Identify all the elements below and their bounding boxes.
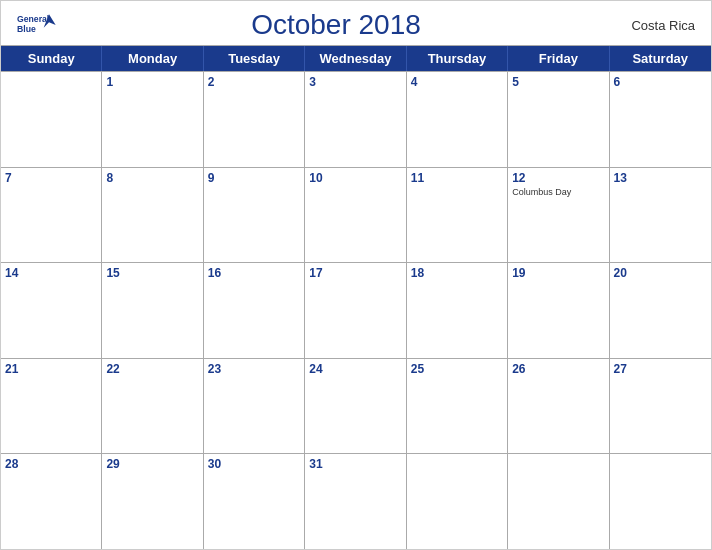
day-cell-oct2: 2 [204, 72, 305, 167]
day-header-sunday: Sunday [1, 46, 102, 71]
day-cell-oct10: 10 [305, 168, 406, 263]
week-row-2: 7 8 9 10 11 12Columbus Day 13 [1, 167, 711, 263]
day-header-saturday: Saturday [610, 46, 711, 71]
day-cell-empty-5c [610, 454, 711, 549]
day-cell-oct20: 20 [610, 263, 711, 358]
day-header-friday: Friday [508, 46, 609, 71]
calendar-header: General Blue October 2018 Costa Rica [1, 1, 711, 45]
day-cell-oct11: 11 [407, 168, 508, 263]
calendar-container: General Blue October 2018 Costa Rica Sun… [0, 0, 712, 550]
day-cell-oct19: 19 [508, 263, 609, 358]
logo-area: General Blue [17, 11, 57, 39]
day-cell-oct22: 22 [102, 359, 203, 454]
day-cell-empty [1, 72, 102, 167]
day-cell-oct14: 14 [1, 263, 102, 358]
day-cell-oct30: 30 [204, 454, 305, 549]
day-header-tuesday: Tuesday [204, 46, 305, 71]
day-cell-oct29: 29 [102, 454, 203, 549]
week-row-3: 14 15 16 17 18 19 20 [1, 262, 711, 358]
day-cell-oct13: 13 [610, 168, 711, 263]
day-cell-oct24: 24 [305, 359, 406, 454]
country-name: Costa Rica [615, 18, 695, 33]
day-cell-oct6: 6 [610, 72, 711, 167]
day-cell-oct5: 5 [508, 72, 609, 167]
day-cell-oct17: 17 [305, 263, 406, 358]
day-cell-oct4: 4 [407, 72, 508, 167]
month-title: October 2018 [57, 9, 615, 41]
generalblue-logo-icon: General Blue [17, 11, 57, 39]
day-cell-oct15: 15 [102, 263, 203, 358]
calendar-grid: Sunday Monday Tuesday Wednesday Thursday… [1, 45, 711, 549]
day-cell-oct27: 27 [610, 359, 711, 454]
day-cell-oct18: 18 [407, 263, 508, 358]
day-header-thursday: Thursday [407, 46, 508, 71]
day-cell-oct3: 3 [305, 72, 406, 167]
week-row-1: 1 2 3 4 5 6 [1, 71, 711, 167]
weeks-container: 1 2 3 4 5 6 7 8 9 10 11 12Columbus Day 1… [1, 71, 711, 549]
day-cell-oct7: 7 [1, 168, 102, 263]
week-row-5: 28 29 30 31 [1, 453, 711, 549]
day-cell-oct25: 25 [407, 359, 508, 454]
day-cell-oct8: 8 [102, 168, 203, 263]
week-row-4: 21 22 23 24 25 26 27 [1, 358, 711, 454]
day-cell-oct26: 26 [508, 359, 609, 454]
day-cell-oct28: 28 [1, 454, 102, 549]
day-cell-oct21: 21 [1, 359, 102, 454]
day-cell-oct9: 9 [204, 168, 305, 263]
day-cell-oct23: 23 [204, 359, 305, 454]
day-cell-empty-5a [407, 454, 508, 549]
day-header-wednesday: Wednesday [305, 46, 406, 71]
day-headers-row: Sunday Monday Tuesday Wednesday Thursday… [1, 46, 711, 71]
day-header-monday: Monday [102, 46, 203, 71]
svg-text:Blue: Blue [17, 24, 36, 34]
day-cell-oct31: 31 [305, 454, 406, 549]
day-cell-oct16: 16 [204, 263, 305, 358]
columbus-day-event: Columbus Day [512, 187, 604, 198]
day-cell-oct1: 1 [102, 72, 203, 167]
day-cell-empty-5b [508, 454, 609, 549]
svg-text:General: General [17, 14, 49, 24]
day-cell-oct12: 12Columbus Day [508, 168, 609, 263]
